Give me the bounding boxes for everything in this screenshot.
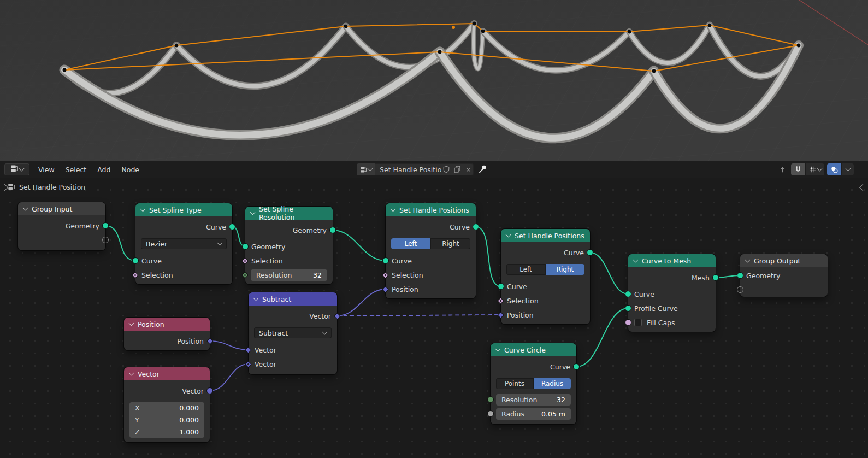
segment-right[interactable]: Right (545, 264, 584, 275)
segment-left[interactable]: Left (391, 238, 430, 249)
collapse-chevron-icon[interactable] (140, 207, 146, 212)
input-socket-geometry[interactable] (737, 272, 743, 279)
fill-caps-checkbox[interactable] (634, 319, 642, 326)
segment-points[interactable]: Points (496, 378, 533, 389)
output-socket-curve[interactable] (573, 363, 580, 370)
node-header[interactable]: Position (124, 318, 210, 331)
node-title: Curve to Mesh (642, 257, 691, 265)
socket-label: Selection (507, 297, 539, 305)
go-to-parent-button[interactable] (776, 163, 788, 175)
node-header[interactable]: Set Spline Resolution (245, 207, 333, 220)
node-header[interactable]: Subtract (249, 292, 337, 306)
node-header[interactable]: Group Input (18, 202, 105, 215)
unlink-close-icon[interactable] (463, 163, 474, 175)
collapse-chevron-icon[interactable] (129, 321, 134, 326)
input-socket-virtual[interactable] (737, 286, 743, 293)
output-socket-curve[interactable] (229, 224, 235, 230)
socket-label: Curve (634, 290, 654, 298)
node-header[interactable]: Curve to Mesh (628, 254, 716, 267)
output-socket-virtual[interactable] (102, 237, 109, 243)
node-group-output[interactable]: Group Output Geometry (740, 254, 828, 297)
y-field[interactable]: Y0.000 (129, 414, 204, 426)
z-field[interactable]: Z1.000 (129, 426, 204, 438)
node-tree-browse-button[interactable] (357, 163, 375, 175)
node-tree-selector[interactable]: Set Handle Position (357, 163, 474, 175)
node-header[interactable]: Group Output (740, 254, 828, 267)
input-socket-radius[interactable] (487, 410, 494, 417)
segment-left[interactable]: Left (506, 264, 545, 275)
spline-type-dropdown[interactable]: Bezier (141, 238, 227, 249)
node-subtract[interactable]: Subtract Vector Subtract Vector Vector (249, 292, 337, 374)
node-tree-icon (360, 166, 367, 173)
node-header[interactable]: Set Spline Type (135, 203, 232, 216)
node-header[interactable]: Set Handle Positions (501, 229, 590, 242)
node-title: Set Handle Positions (399, 206, 469, 214)
node-title: Group Output (754, 257, 800, 265)
collapse-chevron-icon[interactable] (495, 347, 501, 352)
input-socket-fill-caps[interactable] (625, 319, 631, 326)
editor-type-selector[interactable] (4, 163, 29, 175)
collapse-chevron-icon[interactable] (391, 207, 396, 212)
input-socket-curve[interactable] (498, 283, 504, 290)
chevron-down-icon (322, 330, 328, 335)
overlays-toggle[interactable] (827, 163, 841, 175)
input-socket-geometry[interactable] (242, 243, 249, 250)
x-field[interactable]: X0.000 (129, 402, 204, 414)
node-header[interactable]: Set Handle Positions (386, 203, 476, 216)
overlays-icon (830, 166, 839, 174)
node-vector[interactable]: Vector Vector X0.000 Y0.000 Z1.000 (124, 367, 210, 442)
node-group-input[interactable]: Group Input Geometry (18, 202, 105, 250)
operation-dropdown[interactable]: Subtract (254, 327, 332, 338)
output-socket-geometry[interactable] (102, 222, 109, 229)
collapse-chevron-icon[interactable] (633, 257, 639, 263)
node-curve-to-mesh[interactable]: Curve to Mesh Mesh Curve Profile Curve F… (628, 254, 716, 332)
input-socket-curve[interactable] (625, 291, 631, 297)
resolution-field[interactable]: Resolution 32 (496, 394, 571, 406)
node-set-handle-positions-left[interactable]: Set Handle Positions Curve Left Right Cu… (386, 203, 476, 298)
collapse-chevron-icon[interactable] (253, 296, 259, 301)
collapse-chevron-icon[interactable] (506, 232, 511, 238)
socket-label: Selection (392, 271, 423, 279)
collapse-chevron-icon[interactable] (250, 210, 256, 215)
output-socket-mesh[interactable] (712, 274, 719, 281)
overlays-dropdown[interactable] (842, 163, 854, 175)
header-right-controls (776, 163, 854, 175)
output-socket-vector[interactable] (206, 387, 213, 394)
viewport-3d[interactable] (0, 0, 868, 161)
blender-window: View Select Add Node Set Handle Position (0, 0, 868, 458)
duplicate-copy-icon[interactable] (452, 163, 463, 175)
output-socket-curve[interactable] (473, 224, 479, 230)
node-header[interactable]: Vector (124, 367, 210, 380)
node-set-spline-type[interactable]: Set Spline Type Curve Bezier Curve Selec… (135, 203, 232, 284)
input-socket-profile-curve[interactable] (625, 305, 631, 312)
menu-add[interactable]: Add (96, 164, 111, 175)
segment-right[interactable]: Right (430, 238, 470, 249)
node-set-spline-resolution[interactable]: Set Spline Resolution Geometry Geometry … (245, 207, 333, 284)
fake-user-shield-icon[interactable] (441, 163, 452, 175)
collapse-chevron-icon[interactable] (23, 205, 28, 211)
segment-radius[interactable]: Radius (533, 378, 571, 389)
socket-label: Curve (392, 257, 412, 265)
socket-label: Fill Caps (647, 319, 675, 327)
snap-magnet-toggle[interactable] (791, 163, 805, 175)
snap-mode-dropdown[interactable] (806, 163, 824, 175)
resolution-field[interactable]: Resolution 32 (251, 269, 327, 281)
node-curve-circle[interactable]: Curve Circle Curve Points Radius Resolut… (491, 343, 576, 424)
collapse-chevron-icon[interactable] (129, 371, 134, 376)
socket-label: Curve (564, 249, 584, 257)
menu-select[interactable]: Select (64, 164, 88, 175)
menu-view[interactable]: View (37, 164, 56, 175)
input-socket-curve[interactable] (132, 257, 139, 264)
pin-icon[interactable] (477, 164, 488, 175)
radius-field[interactable]: Radius 0.05 m (496, 408, 571, 420)
menu-node[interactable]: Node (120, 164, 140, 175)
node-position[interactable]: Position Position (124, 318, 210, 350)
node-tree-name-field[interactable]: Set Handle Position (375, 166, 441, 174)
output-socket-curve[interactable] (587, 249, 593, 256)
input-socket-resolution[interactable] (487, 396, 494, 403)
node-header[interactable]: Curve Circle (491, 343, 576, 356)
output-socket-geometry[interactable] (329, 227, 336, 233)
node-set-handle-positions-right[interactable]: Set Handle Positions Curve Left Right Cu… (501, 229, 590, 324)
input-socket-curve[interactable] (382, 257, 389, 264)
collapse-chevron-icon[interactable] (745, 257, 751, 263)
